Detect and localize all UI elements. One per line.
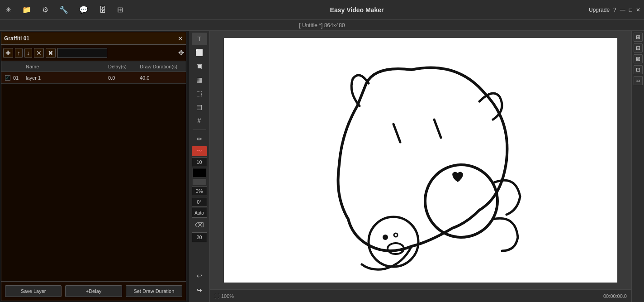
layout-4-button[interactable]: ⊞ [634,33,643,42]
toolbar-right: Upgrade ? — □ ✕ [589,7,640,13]
canvas-bottom-bar: ⛶ 100% 00:00:00.0 [210,289,631,302]
grid-icon: # [198,117,201,124]
canvas-frame[interactable] [224,38,617,283]
graffiti-window: Graffiti 01 ✕ ✚ ↑ ↓ ✕ ✖ Graffiti 01 ✥ Na… [1,32,186,301]
redo-button[interactable]: ↪ [192,284,207,297]
layer-name-input[interactable]: Graffiti 01 [57,48,107,58]
row-name: layer 1 [26,75,108,81]
eraser-icon: ⌫ [195,221,204,229]
undo-button[interactable]: ↩ [192,269,207,282]
wrench-icon[interactable]: 🔧 [57,4,70,16]
angle-input[interactable]: 0° [192,197,207,207]
align-bottom-icon: ▤ [196,103,202,110]
align-left-icon: ⬜ [195,49,203,56]
svg-point-4 [383,235,388,240]
set-draw-duration-button[interactable]: Set Draw Duration [126,285,182,297]
svg-point-3 [369,217,418,267]
align-left-button[interactable]: ⬜ [192,46,207,59]
align-right-icon: ▦ [196,76,202,83]
app-title: Easy Video Maker [132,6,582,14]
graffiti-body [1,84,186,281]
subtitle-bar: [ Untitle *] 864x480 [0,20,644,31]
zoom-icon: ⛶ [214,293,219,299]
grid-icon[interactable]: ⊞ [115,4,125,16]
canvas-container [210,31,631,289]
row-delay: 0.0 [108,75,140,81]
auto-button[interactable]: Auto [192,208,207,218]
right-area: T ⬜ ▣ ▦ ⬚ ▤ # ✏ [189,31,644,302]
3d-button[interactable]: 3D [634,76,643,85]
zoom-level: 100% [221,293,234,299]
delay-header: Delay(s) [108,64,140,69]
align-bottom-button[interactable]: ▤ [192,101,207,113]
side-tools: T ⬜ ▣ ▦ ⬚ ▤ # ✏ [189,31,210,302]
table-row: 01 layer 1 0.0 40.0 [1,72,186,84]
name-header: Name [26,64,108,69]
checkbox-control[interactable] [5,75,10,81]
add-layer-button[interactable]: ✚ [3,48,13,58]
save-layer-button[interactable]: Save Layer [5,285,62,297]
subtitle-text: [ Untitle *] 864x480 [299,22,345,29]
delete-button[interactable]: ✕ [34,48,44,58]
pencil-button[interactable]: ✏ [192,133,207,145]
eraser-size-input[interactable]: 20 [192,232,207,242]
table-header: Name Delay(s) Draw Duration(s) [1,61,186,72]
svg-line-0 [393,124,400,142]
color-picker-gray[interactable] [193,179,206,185]
row-draw-duration: 40.0 [140,75,185,81]
align-center-icon: ▣ [196,62,202,70]
drawing-canvas [285,47,556,273]
layout-quad-button[interactable]: ⊠ [634,54,643,63]
undo-redo-section: ↩ ↪ [192,269,207,300]
move-down-button[interactable]: ↓ [24,48,32,58]
left-panel: Graffiti 01 ✕ ✚ ↑ ↓ ✕ ✖ Graffiti 01 ✥ Na… [0,31,189,302]
separator [193,129,206,130]
text-tool-button[interactable]: T [192,33,207,45]
text-icon: T [197,35,201,43]
layout-single-button[interactable]: ⊡ [634,65,643,74]
graffiti-toolbar: ✚ ↑ ↓ ✕ ✖ Graffiti 01 ✥ [1,45,186,61]
wave-tool-button[interactable]: 〜 [192,146,207,156]
row-id: 01 [13,75,26,81]
opacity-input[interactable]: 0% [192,186,207,196]
move-icon[interactable]: ✥ [178,48,184,57]
graffiti-title: Graffiti 01 [4,35,29,42]
redo-icon: ↪ [197,287,202,294]
graffiti-footer: Save Layer +Delay Set Draw Duration [1,281,186,301]
grid-tool-button[interactable]: # [192,114,207,127]
timestamp: 00:00:00.0 [603,293,627,299]
top-toolbar: ✳ 📁 ⚙ 🔧 💬 🗄 ⊞ Easy Video Maker Upgrade ?… [0,0,644,20]
minimize-icon[interactable]: — [620,7,625,13]
database-icon[interactable]: 🗄 [97,4,108,16]
draw-duration-header: Draw Duration(s) [140,64,185,69]
align-center-button[interactable]: ▣ [192,60,207,72]
svg-line-1 [434,120,441,138]
pencil-icon: ✏ [197,135,202,143]
main-content: Graffiti 01 ✕ ✚ ↑ ↓ ✕ ✖ Graffiti 01 ✥ Na… [0,31,644,302]
folder-icon[interactable]: 📁 [20,4,33,16]
close-icon[interactable]: ✕ [636,7,640,13]
canvas-area: ⛶ 100% 00:00:00.0 [210,31,631,302]
brush-size-input[interactable]: 10 [192,157,207,167]
align-top-button[interactable]: ⬚ [192,87,207,100]
undo-icon: ↩ [197,272,202,279]
gear-icon[interactable]: ⚙ [40,4,50,16]
speech-bubble-icon[interactable]: 💬 [77,4,90,16]
eraser-button[interactable]: ⌫ [192,219,207,231]
graffiti-close-button[interactable]: ✕ [178,35,183,42]
delete-all-button[interactable]: ✖ [46,48,56,58]
layout-split-button[interactable]: ⊟ [634,43,643,53]
color-picker-black[interactable] [193,168,206,178]
help-icon[interactable]: ? [613,7,616,13]
visible-checkbox[interactable] [2,75,13,81]
move-up-button[interactable]: ↑ [15,48,23,58]
svg-point-5 [394,233,398,237]
align-top-icon: ⬚ [196,90,202,97]
wave-icon: 〜 [196,147,203,155]
align-right-button[interactable]: ▦ [192,73,207,86]
magic-wand-icon[interactable]: ✳ [4,4,13,16]
add-delay-button[interactable]: +Delay [65,285,122,297]
maximize-icon[interactable]: □ [629,7,632,13]
upgrade-button[interactable]: Upgrade [589,7,610,13]
graffiti-titlebar: Graffiti 01 ✕ [1,32,186,45]
